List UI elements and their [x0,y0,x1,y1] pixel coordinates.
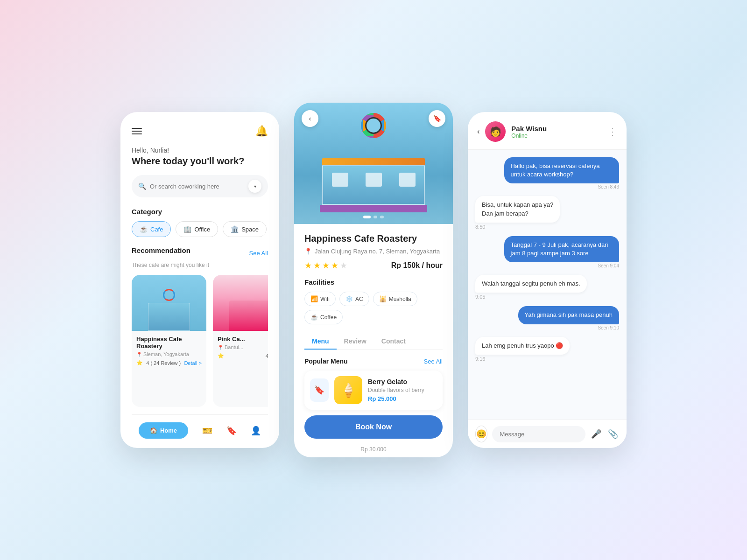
home-label: Home [160,427,177,434]
tab-contact[interactable]: Contact [374,334,413,350]
facility-wifi-label: Wifi [320,296,330,302]
message-group-3: Tanggal 7 - 9 Juli pak, acaranya dari ja… [475,236,619,268]
star-5: ★ [340,260,347,271]
place-info-happiness: Happiness Cafe Roastery 📍 Sleman, Yogyak… [132,331,206,371]
recommendation-header: Recommendation See All [132,246,268,260]
place-info-pink: Pink Ca... 📍 Bantul... ⭐ 4.5 (3... [213,331,268,364]
search-filter-button[interactable]: ▾ [248,180,261,193]
peace-sign-hero [361,113,386,138]
nav-bookmark[interactable]: 🔖 [226,426,237,436]
detail-tabs: Menu Review Contact [304,334,443,350]
recommendation-subtitle: These cafe are might you like it [132,262,268,268]
message-bubble-1: Hallo pak, bisa reservasi cafenya untuk … [504,157,619,183]
menu-item-price: Rp 25.000 [368,395,437,402]
window-2 [366,173,382,187]
message-seen-1: Seen 8:43 [598,184,619,189]
location-pin-icon-2: 📍 [218,345,223,350]
detail-cafe-name: Happiness Cafe Roastery [304,233,443,244]
menu-icon[interactable] [132,128,142,134]
message-time-6: 9:16 [475,356,485,362]
nav-profile[interactable]: 👤 [251,426,261,436]
contact-avatar: 🧑 [485,121,506,142]
more-options-button[interactable]: ⋮ [608,126,617,137]
ac-icon: ❄️ [345,295,353,302]
book-now-button[interactable]: Book Now [304,415,443,439]
message-bubble-2: Bisa, untuk kapan apa ya?Dan jam berapa? [475,196,560,222]
chat-back-button[interactable]: ‹ [477,127,479,136]
messages-list: Hallo pak, bisa reservasi cafenya untuk … [468,150,627,420]
tab-menu[interactable]: Menu [304,334,337,350]
menu-item-gelato[interactable]: 🔖 🍦 Berry Gelato Double flavors of berry… [304,371,443,410]
save-button[interactable]: 🔖 [429,110,445,127]
building-fence [320,205,427,212]
menu-item-image: 🍦 [334,376,362,404]
message-group-5: Yah gimana sih pak masa penuh Seen 9:10 [475,306,619,330]
message-bubble-6: Lah emg penuh trus yaopo 🔴 [475,337,570,355]
avatar-emoji: 🧑 [490,126,501,137]
pink-building-body [229,301,268,331]
category-cafe-label: Cafe [150,226,163,233]
location-pin-icon-detail: 📍 [304,248,312,255]
place-name-happiness: Happiness Cafe Roastery [136,336,202,350]
facility-coffee: ☕ Coffee [304,310,343,324]
category-label: Category [132,208,268,216]
nav-ticket[interactable]: 🎫 [202,426,212,436]
message-group-1: Hallo pak, bisa reservasi cafenya untuk … [475,157,619,189]
popular-menu-header: Popular Menu See All [304,357,443,365]
category-cafe[interactable]: ☕ Cafe [132,221,171,237]
place-card-happiness[interactable]: Happiness Cafe Roastery 📍 Sleman, Yogyak… [132,275,206,407]
popular-see-all[interactable]: See All [424,358,443,365]
star-2: ★ [313,260,321,271]
contact-name: Pak Wisnu [511,125,602,133]
ticket-icon: 🎫 [202,426,212,436]
building-body [148,303,190,331]
recommendation-see-all[interactable]: See All [249,250,268,257]
space-icon: 🏛️ [231,225,239,233]
message-group-4: Walah tanggal segitu penuh eh mas. 9:05 [475,275,619,300]
category-space[interactable]: 🏛️ Space [223,221,267,237]
chat-input-area: 😊 🎤 📎 [468,420,627,448]
nav-home-button[interactable]: 🏠 Home [139,422,188,439]
star-1: ★ [304,260,312,271]
message-input[interactable] [492,426,585,442]
facility-musholla-label: Musholla [389,296,411,302]
emoji-button[interactable]: 😊 [475,426,487,442]
place-card-pink[interactable]: Pink Ca... 📍 Bantul... ⭐ 4.5 (3... [213,275,268,407]
star-icon-2: ⭐ [218,353,224,359]
screen-home: 🔔 Hello, Nurlia! Where today you'll work… [120,112,279,448]
home-header: 🔔 [132,125,268,137]
place-image-pink [213,275,268,331]
contact-status: Online [511,133,602,139]
building-main [322,165,425,205]
office-icon: 🏢 [183,225,191,233]
facilities-label: Facilities [304,278,443,286]
home-icon: 🏠 [150,427,157,434]
mic-button[interactable]: 🎤 [590,426,602,442]
peace-sign-icon [163,289,175,301]
bottom-navbar: 🏠 Home 🎫 🔖 👤 [132,414,268,439]
category-office[interactable]: 🏢 Office [176,221,218,237]
notification-bell-icon[interactable]: 🔔 [255,125,268,137]
chat-header: ‹ 🧑 Pak Wisnu Online ⋮ [468,112,627,150]
search-input[interactable] [150,183,245,190]
place-cards-list: Happiness Cafe Roastery 📍 Sleman, Yogyak… [132,275,268,407]
detail-content: Happiness Cafe Roastery 📍 Jalan Ciujung … [294,224,453,415]
book-sub-price: Rp 30.000 [294,446,453,453]
profile-icon: 👤 [251,426,261,436]
back-button[interactable]: ‹ [302,110,318,127]
home-title: Where today you'll work? [132,156,268,167]
rating-text-happiness: 4 ( 24 Review ) [146,360,181,366]
place-location-happiness: 📍 Sleman, Yogyakarta [136,351,202,357]
wifi-icon: 📶 [310,295,318,302]
message-seen-3: Seen 9:04 [598,263,619,268]
detail-stars: ★ ★ ★ ★ ★ [304,260,347,271]
facility-coffee-label: Coffee [320,314,337,321]
tab-review[interactable]: Review [337,334,374,350]
detail-location: 📍 Jalan Ciujung Raya no. 7, Sleman, Yogy… [304,248,443,255]
detail-rating-row: ★ ★ ★ ★ ★ Rp 150k / hour [304,260,443,271]
carousel-dots [363,216,384,218]
attach-button[interactable]: 📎 [607,426,619,442]
hero-section: ‹ 🔖 [294,103,453,224]
category-office-label: Office [194,226,210,233]
detail-button-happiness[interactable]: Detail > [184,360,202,366]
